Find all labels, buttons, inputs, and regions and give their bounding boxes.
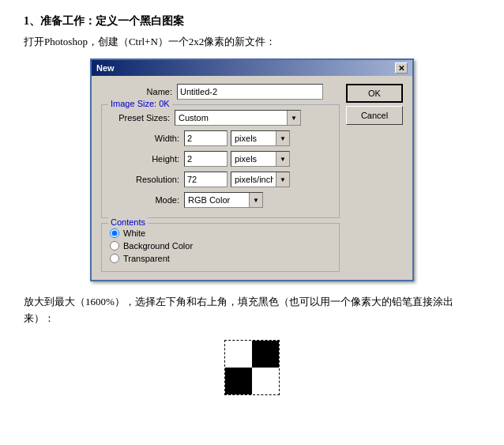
radio-white[interactable] [110,228,119,238]
cb-top-left [225,341,252,368]
resolution-input[interactable] [184,172,228,187]
image-size-legend: Image Size: 0K [108,99,172,108]
cb-top-right [252,341,279,368]
dialog-overlay: New ✕ Name: Image Size: 0K [24,58,480,281]
mode-row: Mode: RGB Color ▼ [108,192,333,208]
preset-label: Preset Sizes: [108,113,170,123]
radio-bg-label: Background Color [123,241,193,251]
height-unit-select[interactable]: pixels [231,151,290,167]
dialog-title: New [96,63,115,73]
dialog-body: Name: Image Size: 0K Preset Sizes: Custo… [92,76,412,280]
cb-bottom-left [225,368,252,394]
width-unit-wrapper: pixels ▼ [231,130,290,146]
height-unit-wrapper: pixels ▼ [231,151,290,167]
resolution-row: Resolution: pixels/inch ▼ [108,172,333,187]
contents-legend: Contents [108,217,148,227]
page-heading: 1、准备工作：定义一个黑白图案 [24,14,480,28]
mode-select-wrapper: RGB Color ▼ [184,192,263,208]
radio-white-label: White [123,228,145,238]
radio-transparent[interactable] [110,254,119,263]
radio-transparent-label: Transparent [123,254,170,263]
dialog-close-button[interactable]: ✕ [395,62,408,74]
resolution-unit-select[interactable]: pixels/inch [231,172,290,187]
height-row: Height: pixels ▼ [108,151,333,167]
mode-select[interactable]: RGB Color [184,192,263,208]
dialog-titlebar: New ✕ [92,60,412,76]
intro-text: 打开Photoshop，创建（Ctrl+N）一个2x2像素的新文件： [24,35,480,49]
bottom-text: 放大到最大（1600%），选择左下角和右上角，填充黑色（也可以用一个像素大的铅笔… [24,294,480,327]
radio-bg[interactable] [110,241,119,251]
width-row: Width: pixels ▼ [108,130,333,146]
dialog-right-panel: OK Cancel [346,84,403,272]
name-label: Name: [101,87,172,96]
resolution-label: Resolution: [108,175,179,184]
contents-group: Contents White Background Color Transpar… [101,223,340,272]
width-input[interactable] [184,130,228,146]
mode-label: Mode: [108,195,179,205]
radio-transparent-row: Transparent [110,254,331,263]
width-label: Width: [108,134,179,143]
resolution-unit-wrapper: pixels/inch ▼ [231,172,290,187]
dialog-left-panel: Name: Image Size: 0K Preset Sizes: Custo… [101,84,340,272]
height-label: Height: [108,154,179,164]
page-content: 1、准备工作：定义一个黑白图案 打开Photoshop，创建（Ctrl+N）一个… [16,8,488,402]
new-dialog: New ✕ Name: Image Size: 0K [90,58,414,281]
radio-bg-row: Background Color [110,241,331,251]
preset-select[interactable]: Custom [175,110,301,126]
preset-row: Preset Sizes: Custom ▼ [108,110,333,126]
cb-bottom-right [252,368,279,394]
name-row: Name: [101,84,340,100]
name-input[interactable] [177,84,323,100]
preset-select-wrapper: Custom ▼ [175,110,301,126]
height-input[interactable] [184,151,228,167]
checkerboard-container [24,340,480,395]
ok-button[interactable]: OK [346,84,403,103]
checkerboard-image [224,340,280,395]
width-unit-select[interactable]: pixels [231,130,290,146]
radio-white-row: White [110,228,331,238]
image-size-group: Image Size: 0K Preset Sizes: Custom ▼ [101,104,340,218]
cancel-button[interactable]: Cancel [346,106,403,125]
